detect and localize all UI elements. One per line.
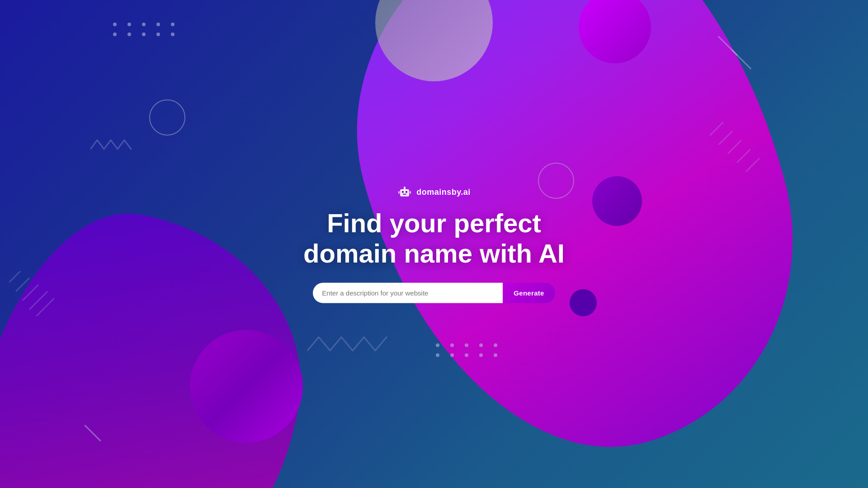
- headline: Find your perfect domain name with AI: [276, 208, 592, 268]
- svg-rect-11: [402, 191, 404, 193]
- svg-line-0: [710, 122, 723, 136]
- logo-text: domainsby.ai: [416, 187, 471, 197]
- logo-row: domainsby.ai: [276, 185, 592, 199]
- dots-bottom-right: [436, 343, 502, 357]
- diagonal-lines-top-right: [710, 122, 764, 176]
- svg-line-4: [746, 158, 760, 172]
- svg-line-6: [16, 278, 29, 291]
- circle-purple-mid-right: [592, 176, 642, 226]
- svg-line-5: [9, 271, 20, 282]
- zigzag-bottom-center: [307, 324, 398, 361]
- circle-outline-left: [149, 99, 185, 136]
- headline-line2: domain name with AI: [303, 239, 565, 268]
- dots-top-left: [113, 23, 179, 36]
- svg-rect-12: [406, 191, 407, 193]
- svg-line-3: [737, 149, 750, 163]
- zigzag-top-left: [90, 131, 136, 160]
- svg-line-7: [23, 285, 38, 300]
- generate-button[interactable]: Generate: [503, 283, 555, 303]
- svg-rect-17: [410, 191, 411, 194]
- svg-rect-10: [400, 189, 409, 197]
- main-content: domainsby.ai Find your perfect domain na…: [276, 185, 592, 303]
- robot-icon: [397, 185, 412, 199]
- svg-line-2: [728, 140, 741, 154]
- svg-rect-16: [398, 191, 400, 194]
- circle-purple-bottom-left: [190, 330, 303, 443]
- website-description-input[interactable]: [313, 283, 503, 303]
- svg-point-15: [404, 187, 406, 188]
- svg-rect-13: [403, 194, 406, 195]
- search-row: Generate: [276, 283, 592, 303]
- svg-line-1: [719, 131, 732, 145]
- diagonal-lines-bottom-left: [9, 271, 54, 316]
- headline-line1: Find your perfect: [327, 208, 541, 238]
